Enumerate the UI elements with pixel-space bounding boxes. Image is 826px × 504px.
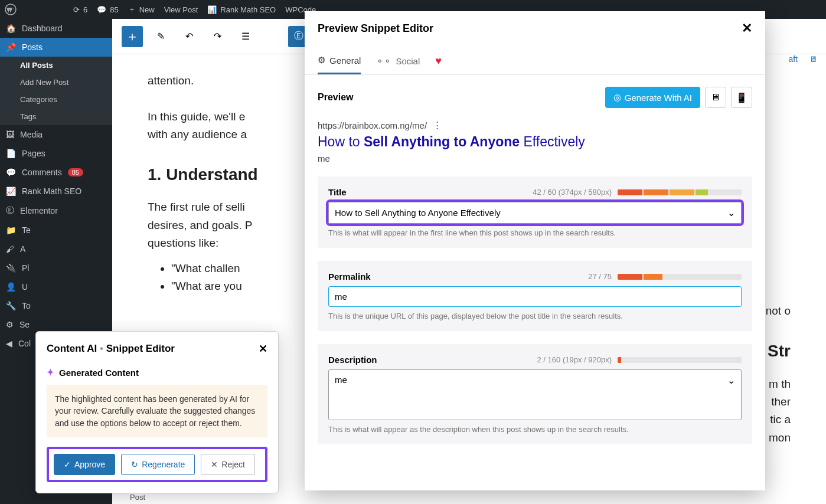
updates[interactable]: ⟳6: [68, 0, 92, 19]
permalink-input[interactable]: [335, 292, 735, 302]
popup-title: Content AI • Snippet Editor: [47, 343, 175, 355]
snippet-tabs: ⚙General ⚬⚬Social ♥: [305, 49, 765, 75]
wordpress-icon: [5, 4, 17, 15]
menu-pages[interactable]: 📄Pages: [0, 144, 112, 163]
menu-rankmath[interactable]: 📈Rank Math SEO: [0, 182, 112, 201]
submenu-add-new[interactable]: Add New Post: [0, 74, 112, 91]
dashboard-label: Dashboard: [22, 24, 63, 33]
description-help: This is what will appear as the descript…: [328, 425, 742, 434]
chevron-down-icon[interactable]: ⌄: [727, 375, 735, 386]
pencil-icon: ✎: [157, 31, 165, 42]
comments-count: 85: [110, 5, 118, 14]
reject-button[interactable]: ✕Reject: [201, 454, 255, 475]
permalink-label: Permalink: [328, 271, 371, 282]
title-input-wrap[interactable]: ⌄: [328, 202, 742, 224]
close-icon: ✕: [259, 343, 267, 355]
x-icon: ✕: [211, 460, 218, 469]
gear-icon: ⚙: [6, 320, 14, 329]
ai-icon: ◎: [613, 92, 621, 103]
approve-button[interactable]: ✓Approve: [54, 454, 115, 475]
wp-logo[interactable]: [0, 0, 21, 19]
menu-plugins[interactable]: 🔌Pl: [0, 258, 112, 277]
user-icon: 👤: [6, 282, 16, 292]
title-input[interactable]: [335, 208, 727, 218]
view-post[interactable]: View Post: [159, 0, 203, 19]
paragraph: tic a: [770, 413, 791, 426]
paragraph: In this guide, we'll e: [148, 110, 245, 123]
description-input-wrap[interactable]: ⌄: [328, 369, 742, 420]
chevron-down-icon[interactable]: ⌄: [727, 207, 735, 218]
sparkle-icon: ✦: [47, 367, 54, 378]
submenu-categories[interactable]: Categories: [0, 91, 112, 108]
list-icon: ☰: [241, 31, 250, 42]
appearance-label: A: [20, 244, 25, 254]
tab-social[interactable]: ⚬⚬Social: [376, 50, 420, 74]
generate-ai-button[interactable]: ◎Generate With AI: [605, 87, 700, 108]
elementor-label: Elementor: [20, 206, 58, 215]
approve-label: Approve: [74, 460, 105, 469]
menu-elementor[interactable]: ⒺElementor: [0, 201, 112, 221]
outline-button[interactable]: ☰: [235, 26, 256, 47]
new-content[interactable]: ＋New: [123, 0, 159, 19]
undo-button[interactable]: ↶: [178, 26, 200, 47]
submenu-all-posts[interactable]: All Posts: [0, 57, 112, 74]
paragraph: with any audience a: [148, 128, 247, 140]
plus-icon: ＋: [126, 28, 139, 45]
menu-posts[interactable]: 📌Posts: [0, 38, 112, 57]
redo-button[interactable]: ↷: [207, 26, 228, 47]
title-field-block: Title 42 / 60 (374px / 580px) ⌄ This is …: [318, 176, 752, 248]
menu-media[interactable]: 🖼Media: [0, 125, 112, 144]
tab-favorite[interactable]: ♥: [435, 49, 442, 74]
pin-icon: 📌: [6, 42, 16, 52]
site-name[interactable]: [21, 0, 68, 19]
collapse-label: Col: [18, 339, 31, 348]
ai-note: The highlighted content has been generat…: [47, 385, 267, 437]
adminbar-comments[interactable]: 💬85: [92, 0, 123, 19]
posts-submenu: All Posts Add New Post Categories Tags: [0, 57, 112, 125]
close-button[interactable]: ✕: [259, 342, 267, 355]
paragraph: The first rule of selli: [148, 201, 245, 213]
page-icon: 📄: [6, 149, 16, 158]
ai-action-row: ✓Approve ↻Regenerate ✕Reject: [47, 447, 267, 482]
paragraph: desires, and goals. P: [148, 219, 252, 231]
media-icon: 🖼: [6, 130, 14, 139]
menu-tools[interactable]: 🔧To: [0, 296, 112, 315]
menu-appearance[interactable]: 🖌A: [0, 240, 112, 258]
menu-comments[interactable]: 💬Comments85: [0, 163, 112, 182]
close-button[interactable]: ✕: [742, 21, 752, 36]
submenu-tags[interactable]: Tags: [0, 108, 112, 125]
templates-label: Te: [22, 225, 31, 235]
tab-general[interactable]: ⚙General: [318, 49, 361, 74]
mobile-preview-button[interactable]: 📱: [731, 87, 752, 108]
chart-icon: 📊: [207, 5, 217, 14]
regenerate-button[interactable]: ↻Regenerate: [121, 454, 195, 475]
collapse-icon: ◀: [6, 339, 12, 348]
preview-label: Preview: [318, 92, 353, 103]
description-label: Description: [328, 355, 377, 365]
check-icon: ✓: [64, 460, 71, 469]
permalink-input-wrap[interactable]: [328, 286, 742, 307]
rankmath-admin[interactable]: 📊Rank Math SEO: [203, 0, 280, 19]
comments-icon: 💬: [6, 168, 16, 177]
comments-label: Comments: [22, 168, 62, 177]
settings-label: Se: [19, 320, 30, 329]
save-draft[interactable]: aft: [788, 54, 798, 64]
refresh-icon: ↻: [131, 460, 138, 469]
desktop-preview-button[interactable]: 🖥: [705, 87, 726, 108]
wrench-icon: 🔧: [6, 301, 16, 310]
preview-device-icon[interactable]: 🖥: [809, 54, 818, 64]
menu-templates[interactable]: 📁Te: [0, 221, 112, 240]
menu-dashboard[interactable]: 🏠Dashboard: [0, 19, 112, 38]
paragraph: mon: [769, 431, 791, 444]
brush-icon: 🖌: [6, 244, 14, 254]
tools-button[interactable]: ✎: [150, 26, 171, 47]
editor-right-actions: aft 🖥: [788, 54, 818, 64]
menu-users[interactable]: 👤U: [0, 277, 112, 296]
kebab-icon[interactable]: ⋮: [433, 120, 442, 130]
redo-icon: ↷: [214, 31, 221, 42]
description-input[interactable]: [335, 375, 727, 415]
add-block-button[interactable]: ＋: [122, 26, 143, 47]
generated-content-label: Generated Content: [59, 368, 139, 378]
permalink-help: This is the unique URL of this page, dis…: [328, 312, 742, 320]
breadcrumb-post[interactable]: Post: [130, 493, 145, 502]
